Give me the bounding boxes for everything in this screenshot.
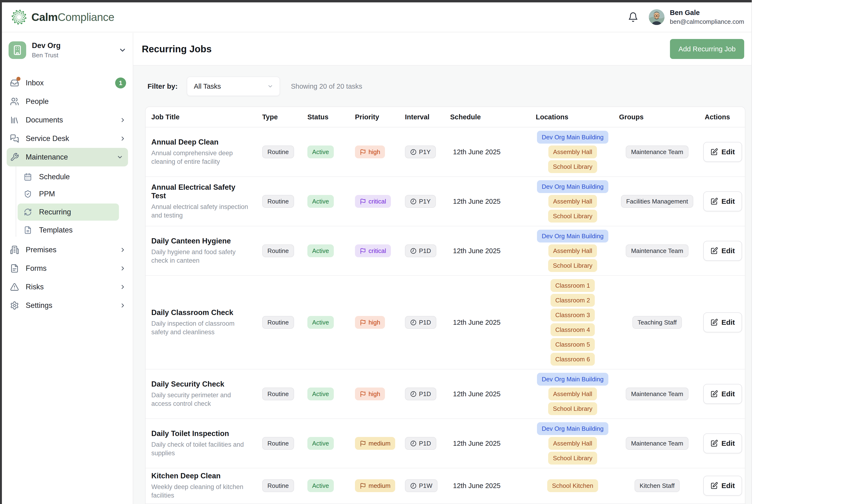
- group-cell: Facilities Management: [614, 195, 700, 208]
- task-filter-select[interactable]: All Tasks: [187, 77, 280, 96]
- edit-button[interactable]: Edit: [703, 142, 742, 162]
- priority-cell: medium: [350, 437, 400, 450]
- status-cell: Active: [303, 316, 350, 329]
- interval-label: P1D: [419, 247, 431, 255]
- sidebar-item-label: PPM: [39, 190, 55, 198]
- sidebar-item-inbox[interactable]: Inbox1: [2, 74, 133, 92]
- status-cell: Active: [303, 437, 350, 450]
- user-block: Ben Gale ben@calmcompliance.com: [670, 9, 744, 25]
- actions-cell: Edit: [700, 191, 745, 211]
- inbox-icon-wrap: [10, 79, 19, 88]
- chevron-right-icon: [120, 135, 126, 142]
- clock-icon: [410, 149, 417, 155]
- type-pill: Routine: [262, 437, 294, 450]
- interval-pill: P1D: [405, 437, 436, 450]
- table-body: Annual Deep CleanAnnual comprehensive de…: [146, 127, 745, 503]
- edit-button[interactable]: Edit: [703, 312, 742, 332]
- job-title: Daily Classroom Check: [151, 308, 250, 317]
- sidebar-nav: Inbox1PeopleDocumentsService DeskMainten…: [2, 74, 133, 315]
- edit-button[interactable]: Edit: [703, 384, 742, 404]
- edit-icon: [710, 247, 718, 255]
- job-description: Daily check of toilet facilities and sup…: [151, 440, 250, 458]
- sidebar-item-premises[interactable]: Premises: [2, 241, 133, 259]
- status-cell: Active: [303, 244, 350, 257]
- schedule-cell: 12th June 2025: [445, 482, 531, 490]
- shield-check-icon-wrap: [24, 190, 32, 198]
- sidebar-item-schedule[interactable]: Schedule: [2, 168, 133, 185]
- app-window: CalmCompliance: [0, 0, 752, 504]
- interval-pill: P1W: [405, 479, 437, 492]
- add-recurring-job-button[interactable]: Add Recurring Job: [670, 39, 744, 59]
- table-header-row: Job TitleTypeStatusPriorityIntervalSched…: [146, 107, 745, 127]
- refresh-icon-wrap: [24, 208, 32, 216]
- job-title-cell: Daily Security CheckDaily security perim…: [146, 380, 257, 408]
- priority-pill: high: [355, 388, 385, 400]
- status-badge: Active: [307, 479, 334, 492]
- sidebar-item-documents[interactable]: Documents: [2, 111, 133, 129]
- chevron-right-icon: [120, 265, 126, 272]
- location-tag: Dev Org Main Building: [537, 422, 608, 435]
- sidebar-item-forms[interactable]: Forms: [2, 259, 133, 278]
- priority-cell: critical: [350, 244, 400, 257]
- sidebar-item-service-desk[interactable]: Service Desk: [2, 129, 133, 148]
- page-header: Recurring Jobs Add Recurring Job: [133, 33, 751, 66]
- location-tag: Dev Org Main Building: [537, 131, 608, 144]
- screen: CalmCompliance: [0, 0, 866, 504]
- location-tag: Classroom 2: [551, 294, 595, 307]
- flag-icon: [360, 391, 366, 397]
- status-badge: Active: [307, 388, 334, 400]
- sidebar-item-label: Recurring: [39, 208, 71, 216]
- sidebar-item-templates[interactable]: Templates: [2, 221, 133, 239]
- edit-button[interactable]: Edit: [703, 476, 742, 496]
- file-icon-wrap: [24, 226, 32, 234]
- user-email: ben@calmcompliance.com: [670, 18, 744, 25]
- interval-label: P1Y: [419, 198, 431, 205]
- interval-label: P1W: [419, 482, 432, 490]
- group-cell: Kitchen Staff: [614, 479, 700, 492]
- edit-button[interactable]: Edit: [703, 191, 742, 211]
- priority-label: critical: [368, 198, 386, 205]
- type-pill: Routine: [262, 244, 294, 257]
- edit-button-label: Edit: [721, 390, 735, 398]
- edit-icon: [710, 482, 718, 490]
- schedule-cell: 12th June 2025: [445, 247, 531, 255]
- edit-icon: [710, 197, 718, 205]
- flag-icon: [360, 248, 366, 254]
- sidebar-item-people[interactable]: People: [2, 92, 133, 111]
- type-cell: Routine: [257, 479, 303, 492]
- location-tag: Assembly Hall: [548, 195, 597, 208]
- edit-button[interactable]: Edit: [703, 241, 742, 261]
- bell-icon[interactable]: [628, 12, 638, 22]
- interval-cell: P1D: [400, 437, 445, 450]
- avatar[interactable]: [649, 9, 665, 25]
- job-title: Daily Security Check: [151, 380, 250, 388]
- org-switcher[interactable]: Dev Org Ben Trust: [2, 36, 133, 65]
- chevron-down-icon: [119, 46, 126, 54]
- edit-button[interactable]: Edit: [703, 433, 742, 454]
- sidebar-item-risks[interactable]: Risks: [2, 278, 133, 296]
- actions-cell: Edit: [700, 241, 745, 261]
- job-title: Kitchen Deep Clean: [151, 472, 250, 480]
- job-title-cell: Kitchen Deep CleanWeekly deep cleaning o…: [146, 472, 257, 500]
- sidebar-item-ppm[interactable]: PPM: [2, 185, 133, 203]
- edit-button-label: Edit: [721, 439, 735, 447]
- sidebar-item-recurring[interactable]: Recurring: [18, 204, 119, 221]
- location-tag: Assembly Hall: [548, 437, 597, 450]
- interval-cell: P1Y: [400, 195, 445, 208]
- location-tag: Assembly Hall: [548, 146, 597, 158]
- actions-cell: Edit: [700, 476, 745, 496]
- locations-cell: Dev Org Main BuildingAssembly HallSchool…: [531, 373, 614, 415]
- type-pill: Routine: [262, 146, 294, 158]
- priority-label: critical: [368, 247, 386, 255]
- sidebar-item-label: Service Desk: [26, 134, 69, 143]
- location-tag: Dev Org Main Building: [537, 180, 608, 193]
- priority-pill: medium: [355, 479, 395, 492]
- sidebar-item-maintenance[interactable]: Maintenance: [7, 148, 128, 167]
- job-description: Daily inspection of classroom safety and…: [151, 319, 250, 337]
- sidebar-item-settings[interactable]: Settings: [2, 296, 133, 315]
- chat-icon: [10, 134, 19, 143]
- group-cell: Maintenance Team: [614, 146, 700, 158]
- group-pill: Maintenance Team: [626, 437, 688, 450]
- priority-label: medium: [368, 482, 390, 490]
- schedule-cell: 12th June 2025: [445, 197, 531, 205]
